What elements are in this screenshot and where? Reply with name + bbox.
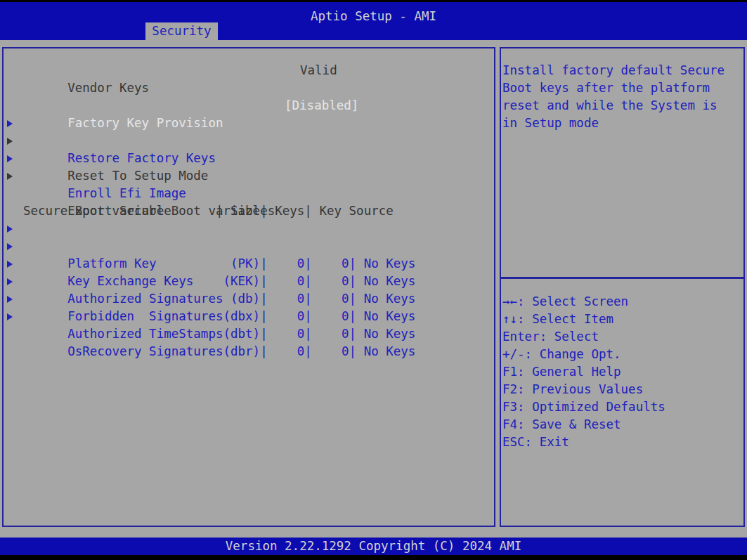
menu-item-reset-to-setup-mode[interactable]: Reset To Setup Mode — [4, 132, 494, 150]
item-help-text: Install factory default Secure Boot keys… — [502, 62, 741, 132]
table-row-authorized-timestamps[interactable]: Authorized TimeStamps(dbt)| 0| 0| No Key… — [4, 290, 494, 308]
table-row-authorized-signatures[interactable]: Authorized Signatures (db)| 0| 0| No Key… — [4, 255, 494, 273]
submenu-arrow-icon — [7, 278, 13, 285]
table-row-platform-key[interactable]: Platform Key (PK)| 0| 0| No Keys — [4, 220, 494, 237]
version-bar: Version 2.22.1292 Copyright (C) 2024 AMI — [0, 538, 747, 555]
hotkey-select-item: ↑↓: Select Item — [502, 311, 741, 328]
hotkey-change-opt: +/-: Change Opt. — [502, 346, 741, 363]
submenu-arrow-icon — [7, 120, 13, 127]
hotkey-legend: →←: Select Screen ↑↓: Select Item Enter:… — [502, 293, 741, 451]
table-row-key-exchange-keys[interactable]: Key Exchange Keys (KEK)| 0| 0| No Keys — [4, 237, 494, 255]
bottom-black-strip — [0, 555, 747, 560]
table-row-text: OsRecovery Signatures(dbr)| 0| 0| No Key… — [67, 344, 415, 358]
settings-panel: Vendor Keys Valid Factory Key Provision … — [2, 47, 495, 527]
menu-item-export-secure-boot-variables[interactable]: Export Secure Boot variables — [4, 167, 494, 185]
bios-setup-screen: Aptio Setup - AMI Security Vendor Keys V… — [0, 0, 747, 560]
blank-row — [4, 79, 494, 97]
submenu-arrow-icon — [7, 138, 13, 145]
submenu-arrow-icon — [7, 173, 13, 180]
submenu-arrow-icon — [7, 243, 13, 250]
secure-boot-table-header: Secure Boot variable | Size| Keys| Key S… — [4, 202, 494, 220]
hotkey-select-screen: →←: Select Screen — [502, 293, 741, 311]
help-line: in Setup mode — [502, 115, 741, 132]
submenu-arrow-icon — [7, 155, 13, 162]
table-row-text: Authorized TimeStamps(dbt)| 0| 0| No Key… — [67, 327, 415, 341]
menu-item-enroll-efi-image[interactable]: Enroll Efi Image — [4, 150, 494, 167]
hotkey-f3-optimized-defaults: F3: Optimized Defaults — [502, 398, 741, 416]
submenu-arrow-icon — [7, 313, 13, 320]
spacer — [4, 48, 494, 62]
vendor-keys-row: Vendor Keys Valid — [4, 62, 494, 79]
tab-security[interactable]: Security — [145, 22, 218, 40]
factory-key-provision-value: [Disabled] — [285, 97, 358, 115]
help-line: Install factory default Secure — [502, 62, 741, 79]
factory-key-provision-row[interactable]: Factory Key Provision [Disabled] — [4, 97, 494, 115]
header-bar: Aptio Setup - AMI Security — [0, 2, 747, 40]
submenu-arrow-icon — [7, 296, 13, 303]
submenu-arrow-icon — [7, 261, 13, 268]
submenu-arrow-icon — [7, 226, 13, 233]
hotkey-f2-previous-values: F2: Previous Values — [502, 381, 741, 398]
blank-row — [4, 185, 494, 202]
menu-item-restore-factory-keys[interactable]: Restore Factory Keys — [4, 115, 494, 132]
table-row-forbidden-signatures[interactable]: Forbidden Signatures(dbx)| 0| 0| No Keys — [4, 273, 494, 290]
hotkey-f4-save-reset: F4: Save & Reset — [502, 416, 741, 434]
help-panel: Install factory default Secure Boot keys… — [500, 47, 745, 527]
vendor-keys-value: Valid — [300, 62, 337, 79]
help-panel-divider — [501, 277, 743, 279]
page-title: Aptio Setup - AMI — [0, 9, 747, 23]
hotkey-esc-exit: ESC: Exit — [502, 434, 741, 451]
help-line: reset and while the System is — [502, 97, 741, 115]
hotkey-f1-general-help: F1: General Help — [502, 363, 741, 381]
table-row-osrecovery-signatures[interactable]: OsRecovery Signatures(dbr)| 0| 0| No Key… — [4, 308, 494, 325]
hotkey-enter-select: Enter: Select — [502, 328, 741, 346]
help-line: Boot keys after the platform — [502, 79, 741, 97]
